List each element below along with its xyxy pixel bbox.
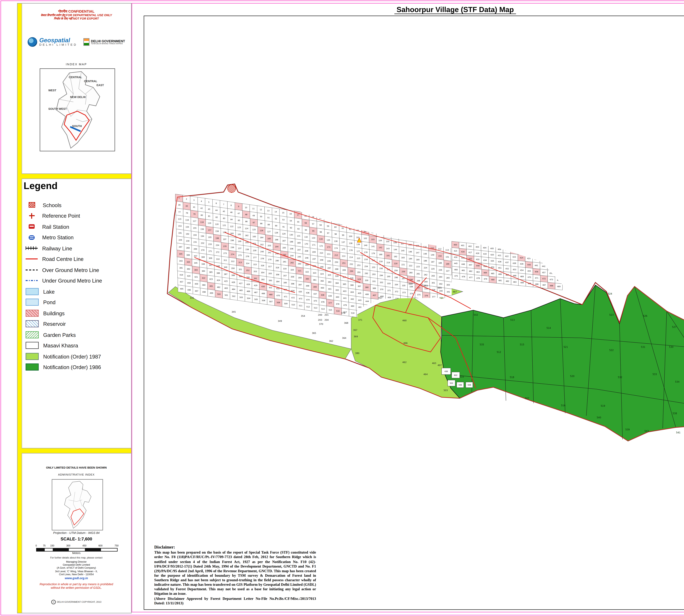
svg-text:156: 156 [200, 228, 204, 230]
svg-text:172: 172 [319, 245, 323, 247]
svg-text:353: 353 [253, 270, 257, 272]
svg-text:271: 271 [208, 250, 212, 252]
svg-text:203: 203 [268, 245, 271, 247]
svg-text:341: 341 [447, 291, 450, 293]
svg-text:103: 103 [371, 239, 374, 241]
projection-datum: Projection - UTM Datum - WGS 84 [25, 531, 128, 534]
svg-text:57: 57 [312, 223, 314, 225]
svg-text:326: 326 [335, 275, 339, 277]
svg-text:403: 403 [476, 246, 479, 248]
svg-text:543: 543 [644, 430, 649, 433]
svg-text:244: 244 [290, 255, 293, 257]
svg-text:73: 73 [431, 240, 433, 242]
svg-text:476: 476 [462, 276, 465, 278]
legend-swatch-ln-ugm [26, 280, 38, 281]
svg-text:150: 150 [438, 255, 441, 257]
svg-text:315: 315 [253, 264, 257, 266]
svg-text:13: 13 [267, 210, 270, 212]
svg-text:485: 485 [437, 287, 442, 289]
svg-text:515: 515 [520, 343, 524, 346]
svg-text:52: 52 [275, 218, 277, 220]
svg-text:33: 33 [416, 231, 418, 233]
svg-text:515: 515 [329, 309, 332, 311]
svg-text:130: 130 [290, 234, 293, 236]
svg-text:238: 238 [245, 248, 249, 250]
svg-text:116: 116 [185, 219, 189, 221]
svg-text:404: 404 [483, 247, 486, 249]
svg-text:50: 50 [260, 216, 262, 218]
legend-item: Schools [26, 200, 126, 211]
svg-text:422: 422 [505, 255, 508, 257]
svg-text:362: 362 [329, 340, 333, 343]
svg-text:117: 117 [193, 220, 196, 222]
svg-text:478: 478 [476, 277, 480, 279]
sidebar: गोपनीय CONFIDENTIAL केवल विभागीय प्रयोग … [17, 3, 132, 613]
svg-text:22: 22 [334, 219, 336, 221]
svg-text:367: 367 [353, 329, 357, 331]
legend-item: Garden Parks [26, 329, 126, 340]
svg-text:435: 435 [491, 260, 494, 262]
svg-text:443: 443 [549, 266, 553, 268]
svg-text:205: 205 [282, 247, 286, 249]
svg-text:451: 451 [498, 267, 502, 269]
svg-text:97: 97 [327, 232, 329, 234]
svg-text:429: 429 [556, 261, 560, 263]
svg-text:365: 365 [343, 283, 346, 285]
svg-text:402: 402 [468, 245, 472, 247]
svg-text:470: 470 [528, 276, 531, 278]
svg-text:474: 474 [306, 299, 310, 301]
svg-text:475: 475 [314, 300, 317, 302]
svg-text:462: 462 [217, 286, 220, 288]
svg-text:401: 401 [328, 288, 332, 290]
contact-block: Managing DirectorGeospatial Delhi Limite… [25, 560, 128, 576]
svg-text:136: 136 [334, 240, 338, 242]
svg-text:409: 409 [388, 296, 391, 299]
svg-text:89: 89 [268, 224, 270, 226]
svg-text:508: 508 [277, 302, 280, 304]
website-link[interactable]: www.gsdl.org.in [25, 577, 128, 580]
svg-text:174: 174 [334, 247, 338, 249]
svg-text:459: 459 [195, 283, 198, 285]
svg-text:394: 394 [276, 281, 279, 283]
svg-text:424: 424 [520, 257, 523, 259]
svg-text:479: 479 [484, 278, 487, 280]
svg-text:77: 77 [178, 211, 181, 213]
legend-label: Buildings [43, 310, 65, 316]
svg-text:470: 470 [276, 294, 280, 296]
svg-text:474: 474 [557, 279, 560, 281]
legend-label: Garden Parks [43, 332, 76, 338]
svg-text:141: 141 [371, 245, 375, 247]
svg-text:518: 518 [351, 312, 355, 314]
svg-text:319: 319 [283, 268, 287, 270]
svg-text:352: 352 [246, 269, 250, 271]
svg-text:234: 234 [216, 244, 219, 246]
svg-text:458: 458 [187, 282, 190, 284]
svg-text:541: 541 [676, 431, 680, 434]
svg-text:511: 511 [299, 305, 302, 307]
svg-text:38: 38 [453, 236, 455, 238]
legend-item: Railway Line [26, 243, 126, 254]
svg-text:5: 5 [208, 201, 209, 203]
svg-text:312: 312 [231, 260, 234, 262]
svg-text:120: 120 [215, 223, 219, 225]
svg-text:407: 407 [505, 249, 508, 251]
svg-text:440: 440 [527, 264, 531, 266]
svg-text:507: 507 [269, 301, 273, 303]
svg-text:161: 161 [237, 234, 241, 236]
svg-text:NEW DELHI: NEW DELHI [70, 95, 86, 98]
svg-text:480: 480 [351, 305, 354, 307]
svg-text:249: 249 [327, 260, 330, 262]
svg-text:81: 81 [208, 215, 210, 217]
svg-text:221: 221 [402, 264, 405, 266]
svg-text:331: 331 [190, 296, 194, 299]
svg-text:503: 503 [240, 296, 243, 299]
svg-text:218: 218 [379, 261, 383, 263]
scale-bar-unit: Meters [36, 552, 117, 554]
svg-text:183: 183 [401, 257, 405, 259]
svg-text:334: 334 [394, 284, 398, 286]
svg-text:104: 104 [379, 240, 382, 242]
svg-text:124: 124 [245, 227, 248, 229]
legend-swatch-fl-mk [26, 342, 39, 349]
yellow-divider-bottom [22, 448, 131, 454]
svg-text:329: 329 [358, 278, 361, 280]
